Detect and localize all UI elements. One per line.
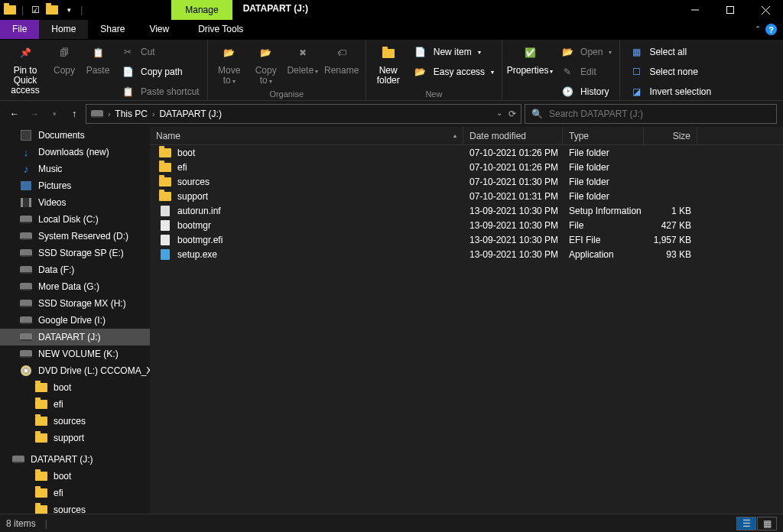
open-button[interactable]: 📂Open▾	[557, 43, 613, 61]
nav-item[interactable]: efi	[0, 396, 150, 413]
nav-item[interactable]: DVD Drive (L:) CCCOMA_X	[0, 362, 150, 379]
tab-drive-tools[interactable]: Drive Tools	[186, 20, 255, 39]
maximize-button[interactable]	[713, 0, 748, 20]
new-folder-button[interactable]: New folder	[372, 43, 404, 86]
file-list[interactable]: boot07-10-2021 01:26 PMFile folderefi07-…	[150, 145, 783, 514]
nav-item[interactable]: More Data (G:)	[0, 278, 150, 295]
tab-home[interactable]: Home	[39, 20, 88, 39]
nav-item[interactable]: boot	[0, 468, 150, 485]
folder-icon[interactable]	[3, 3, 17, 17]
nav-item[interactable]: NEW VOLUME (K:)	[0, 345, 150, 362]
edit-button[interactable]: ✎Edit	[557, 63, 613, 81]
move-to-button[interactable]: 📂Move to▾	[214, 43, 245, 86]
file-row[interactable]: autorun.inf13-09-2021 10:30 PMSetup Info…	[150, 203, 783, 218]
file-row[interactable]: setup.exe13-09-2021 10:30 PMApplication9…	[150, 247, 783, 261]
chevron-right-icon[interactable]: ›	[152, 110, 154, 118]
nav-item[interactable]: support	[0, 430, 150, 446]
nav-item[interactable]: sources	[0, 413, 150, 430]
column-name[interactable]: Name▴	[150, 127, 463, 144]
recent-locations-button[interactable]: ▾	[46, 105, 63, 122]
new-folder-icon[interactable]	[45, 3, 59, 17]
cut-button[interactable]: ✂Cut	[118, 43, 201, 61]
svg-rect-1	[727, 7, 734, 14]
file-row[interactable]: efi07-10-2021 01:26 PMFile folder	[150, 160, 783, 174]
file-size: 93 KB	[644, 248, 697, 261]
navigation-pane[interactable]: Documents↓Downloads (new)♪MusicPicturesV…	[0, 127, 150, 514]
select-all-button[interactable]: ▦Select all	[626, 43, 713, 61]
up-button[interactable]: ↑	[66, 105, 83, 122]
folder-icon	[159, 190, 171, 203]
collapse-ribbon-icon[interactable]: ˆ	[756, 25, 759, 34]
file-row[interactable]: bootmgr13-09-2021 10:30 PMFile427 KB	[150, 218, 783, 232]
pin-quick-access-button[interactable]: 📌 Pin to Quick access	[6, 43, 44, 96]
file-row[interactable]: boot07-10-2021 01:26 PMFile folder	[150, 145, 783, 160]
nav-item-label: Downloads (new)	[38, 147, 109, 157]
back-button[interactable]: ←	[6, 105, 23, 122]
column-size[interactable]: Size	[644, 127, 697, 144]
chevron-down-icon[interactable]: ▾	[62, 3, 76, 17]
refresh-icon[interactable]: ⟳	[508, 109, 516, 119]
forward-button[interactable]: →	[26, 105, 43, 122]
nav-item[interactable]: Google Drive (I:)	[0, 312, 150, 329]
history-button[interactable]: 🕑History	[557, 83, 613, 101]
nav-item[interactable]: System Reserved (D:)	[0, 228, 150, 245]
nav-item[interactable]: efi	[0, 485, 150, 501]
details-view-button[interactable]: ☰	[736, 517, 756, 530]
close-button[interactable]	[748, 0, 783, 20]
nav-item[interactable]: Data (F:)	[0, 261, 150, 278]
rename-button[interactable]: 🏷Rename	[324, 43, 359, 76]
manage-context-tab[interactable]: Manage	[171, 0, 232, 20]
file-row[interactable]: bootmgr.efi13-09-2021 10:30 PMEFI File1,…	[150, 232, 783, 247]
new-item-button[interactable]: 📄New item▾	[411, 43, 495, 61]
tab-file[interactable]: File	[0, 20, 39, 39]
folder-icon	[35, 432, 47, 444]
breadcrumb-this-pc[interactable]: This PC	[115, 109, 148, 119]
invert-selection-button[interactable]: ◪Invert selection	[626, 83, 713, 101]
paste-shortcut-button[interactable]: 📋Paste shortcut	[118, 83, 201, 101]
nav-item[interactable]: ♪Music	[0, 161, 150, 177]
properties-button[interactable]: ✅Properties▾	[508, 43, 551, 76]
delete-icon: ✖	[291, 43, 315, 64]
delete-button[interactable]: ✖Delete▾	[288, 43, 318, 76]
drive-icon	[20, 264, 32, 276]
copy-button[interactable]: 🗐 Copy	[50, 43, 78, 76]
file-name: efi	[177, 162, 187, 173]
address-bar-row: ← → ▾ ↑ › This PC › DATAPART (J:) ⌄ ⟳ 🔍 …	[0, 101, 783, 127]
help-icon[interactable]: ?	[765, 24, 777, 35]
chevron-right-icon[interactable]: ›	[108, 110, 110, 118]
properties-icon[interactable]: ☑	[28, 3, 42, 17]
file-row[interactable]: support07-10-2021 01:31 PMFile folder	[150, 189, 783, 203]
nav-item[interactable]: DATAPART (J:)	[0, 451, 150, 468]
column-date[interactable]: Date modified	[463, 127, 563, 144]
nav-item[interactable]: Documents	[0, 127, 150, 144]
nav-item[interactable]: Local Disk (C:)	[0, 211, 150, 228]
nav-item[interactable]: ↓Downloads (new)	[0, 144, 150, 161]
nav-item[interactable]: boot	[0, 379, 150, 396]
address-bar[interactable]: › This PC › DATAPART (J:) ⌄ ⟳	[86, 104, 521, 124]
paste-button[interactable]: 📋 Paste	[84, 43, 112, 76]
nav-item[interactable]: Videos	[0, 194, 150, 211]
nav-item[interactable]: Pictures	[0, 177, 150, 194]
folder-icon	[35, 398, 47, 410]
column-type[interactable]: Type	[563, 127, 644, 144]
nav-item[interactable]: SSD Storage MX (H:)	[0, 295, 150, 312]
copy-path-button[interactable]: 📄Copy path	[118, 63, 201, 81]
minimize-button[interactable]	[677, 0, 713, 20]
file-row[interactable]: sources07-10-2021 01:30 PMFile folder	[150, 174, 783, 189]
select-none-button[interactable]: ☐Select none	[626, 63, 713, 81]
icons-view-button[interactable]: ▦	[757, 517, 777, 530]
tab-share[interactable]: Share	[88, 20, 137, 39]
nav-item[interactable]: sources	[0, 501, 150, 514]
easy-access-button[interactable]: 📂Easy access▾	[411, 63, 495, 81]
history-icon: 🕑	[559, 83, 576, 100]
breadcrumb-location[interactable]: DATAPART (J:)	[159, 109, 222, 119]
nav-item[interactable]: SSD Storage SP (E:)	[0, 245, 150, 261]
search-input[interactable]: 🔍 Search DATAPART (J:)	[525, 104, 777, 124]
copy-path-icon: 📄	[119, 63, 136, 80]
new-item-icon: 📄	[412, 44, 429, 60]
dropdown-icon[interactable]: ⌄	[496, 109, 502, 119]
nav-item[interactable]: DATAPART (J:)	[0, 329, 150, 345]
copy-to-button[interactable]: 📂Copy to▾	[251, 43, 281, 86]
search-icon: 🔍	[531, 109, 543, 119]
tab-view[interactable]: View	[137, 20, 181, 39]
